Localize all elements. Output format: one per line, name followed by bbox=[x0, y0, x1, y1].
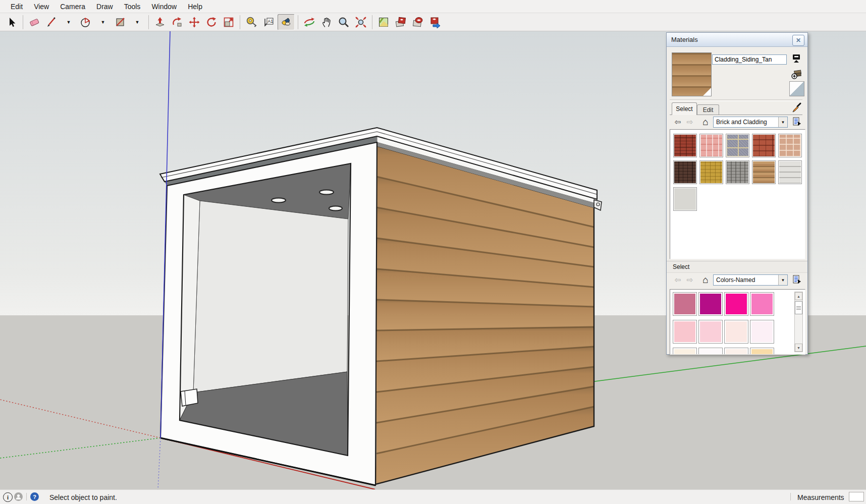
rectangle-dropdown-button[interactable]: ▼ bbox=[129, 15, 145, 30]
chevron-down-icon[interactable]: ▼ bbox=[778, 275, 787, 285]
chevron-down-icon[interactable]: ▼ bbox=[778, 117, 787, 127]
menu-tools[interactable]: Tools bbox=[119, 1, 146, 12]
shed-model[interactable] bbox=[160, 128, 602, 485]
share-model-button[interactable] bbox=[410, 15, 426, 30]
eyedropper-icon bbox=[791, 102, 802, 115]
share-component-button[interactable] bbox=[427, 15, 443, 30]
rotate-tool-button[interactable] bbox=[203, 15, 220, 30]
line-dropdown-button[interactable]: ▼ bbox=[61, 15, 77, 30]
shed-interior bbox=[180, 163, 351, 456]
back-arrow-button[interactable]: ⇦ bbox=[673, 118, 683, 127]
color-swatch[interactable] bbox=[750, 292, 774, 316]
arc-dropdown-button[interactable]: ▼ bbox=[95, 15, 111, 30]
color-list-scrollbar[interactable]: ▲ ▼ bbox=[794, 292, 803, 352]
menu-view[interactable]: View bbox=[28, 1, 55, 12]
swatch-stucco-gray[interactable] bbox=[673, 187, 697, 211]
tab-select[interactable]: Select bbox=[672, 102, 697, 115]
menu-draw[interactable]: Draw bbox=[91, 1, 119, 12]
zoom-extents-button[interactable] bbox=[353, 15, 369, 30]
forward-arrow-button[interactable]: ⇨ bbox=[685, 275, 695, 285]
chevron-down-icon: ▼ bbox=[99, 20, 106, 25]
collection-details-button[interactable] bbox=[792, 117, 802, 128]
create-material-icon bbox=[791, 69, 802, 81]
toggle-secondary-pane-button[interactable] bbox=[791, 53, 802, 65]
select-tool-button[interactable] bbox=[4, 15, 20, 30]
help-icon[interactable]: ? bbox=[30, 492, 39, 501]
menu-window[interactable]: Window bbox=[146, 1, 182, 12]
zoom-tool-button[interactable] bbox=[336, 15, 352, 30]
color-swatch[interactable] bbox=[698, 292, 723, 316]
tab-edit[interactable]: Edit bbox=[697, 104, 719, 115]
swatch-brick-red[interactable] bbox=[673, 134, 697, 157]
follow-me-tool-button[interactable] bbox=[169, 15, 185, 30]
arc-tool-button[interactable] bbox=[78, 15, 94, 30]
color-swatch[interactable] bbox=[673, 292, 697, 316]
account-avatar-icon[interactable] bbox=[14, 492, 23, 501]
scroll-up-button[interactable]: ▲ bbox=[795, 292, 802, 300]
swatch-brick-pink-weave[interactable] bbox=[699, 134, 723, 157]
color-swatch[interactable] bbox=[724, 320, 748, 344]
scroll-down-icon: ▼ bbox=[797, 346, 800, 350]
swatch-siding-white[interactable] bbox=[778, 160, 802, 184]
menu-edit[interactable]: Edit bbox=[5, 1, 28, 12]
swatch-paver-red[interactable] bbox=[752, 134, 776, 157]
color-swatch-list[interactable]: ▲ ▼ bbox=[670, 289, 805, 355]
measurements-input[interactable] bbox=[849, 492, 864, 501]
colors-details-button[interactable] bbox=[792, 274, 802, 286]
pan-tool-button[interactable] bbox=[318, 15, 335, 30]
get-models-button[interactable] bbox=[393, 15, 409, 30]
paint-bucket-tool-button[interactable] bbox=[278, 14, 295, 30]
orbit-tool-button[interactable] bbox=[301, 15, 317, 30]
text-tool-button[interactable]: A1 bbox=[260, 15, 277, 30]
tape-measure-tool-button[interactable] bbox=[243, 15, 259, 30]
scrollbar-thumb[interactable] bbox=[795, 301, 802, 314]
home-button[interactable]: ⌂ bbox=[700, 274, 711, 285]
back-arrow-button[interactable]: ⇦ bbox=[673, 275, 683, 285]
push-pull-tool-button[interactable] bbox=[152, 15, 168, 30]
swatch-stone-block[interactable] bbox=[726, 134, 749, 157]
swatch-brick-dark[interactable] bbox=[673, 160, 697, 184]
material-name-input[interactable] bbox=[712, 54, 787, 65]
swatch-cobble-tan[interactable] bbox=[778, 134, 802, 157]
color-swatch[interactable] bbox=[750, 348, 774, 355]
select-cursor-icon bbox=[6, 16, 18, 28]
add-location-button[interactable] bbox=[375, 15, 392, 30]
scroll-down-button[interactable]: ▼ bbox=[795, 344, 802, 352]
arc-icon bbox=[80, 16, 92, 28]
swatch-brick-gray[interactable] bbox=[726, 160, 749, 184]
swatch-brick-yellow[interactable] bbox=[699, 160, 723, 184]
close-button[interactable]: ✕ bbox=[792, 35, 804, 46]
forward-arrow-button[interactable]: ⇨ bbox=[685, 118, 695, 127]
colors-collection-value: Colors-Named bbox=[714, 276, 778, 284]
color-swatch[interactable] bbox=[724, 292, 748, 316]
set-default-material-button[interactable] bbox=[789, 81, 804, 96]
color-swatch[interactable] bbox=[698, 348, 723, 355]
materials-panel-titlebar[interactable]: Materials ✕ bbox=[667, 33, 807, 47]
forward-arrow-icon: ⇨ bbox=[687, 118, 693, 127]
follow-me-icon bbox=[171, 16, 183, 28]
color-swatch[interactable] bbox=[724, 348, 748, 355]
forward-arrow-icon: ⇨ bbox=[687, 275, 693, 285]
color-swatch[interactable] bbox=[673, 348, 697, 355]
move-tool-button[interactable] bbox=[186, 15, 202, 30]
measurements-label: Measurements bbox=[797, 493, 844, 501]
scale-tool-button[interactable] bbox=[221, 15, 237, 30]
sample-paint-button[interactable] bbox=[791, 102, 802, 114]
menu-camera[interactable]: Camera bbox=[55, 1, 91, 12]
create-material-button[interactable] bbox=[791, 69, 802, 80]
color-swatch[interactable] bbox=[698, 320, 723, 344]
home-button[interactable]: ⌂ bbox=[700, 117, 711, 127]
line-tool-button[interactable] bbox=[43, 15, 60, 30]
swatch-siding-tan[interactable] bbox=[752, 160, 776, 184]
menu-help[interactable]: Help bbox=[182, 1, 208, 12]
color-swatch[interactable] bbox=[750, 320, 774, 344]
eraser-tool-button[interactable] bbox=[26, 15, 42, 30]
rectangle-tool-button[interactable] bbox=[112, 15, 128, 30]
material-preview-thumbnail[interactable] bbox=[672, 52, 712, 96]
collection-dropdown[interactable]: Brick and Cladding ▼ bbox=[713, 117, 788, 128]
colors-collection-dropdown[interactable]: Colors-Named ▼ bbox=[713, 274, 788, 286]
material-swatch-list[interactable] bbox=[670, 129, 805, 259]
toolbar-separator bbox=[148, 15, 149, 29]
info-icon[interactable]: i bbox=[3, 492, 13, 502]
color-swatch[interactable] bbox=[673, 320, 697, 344]
